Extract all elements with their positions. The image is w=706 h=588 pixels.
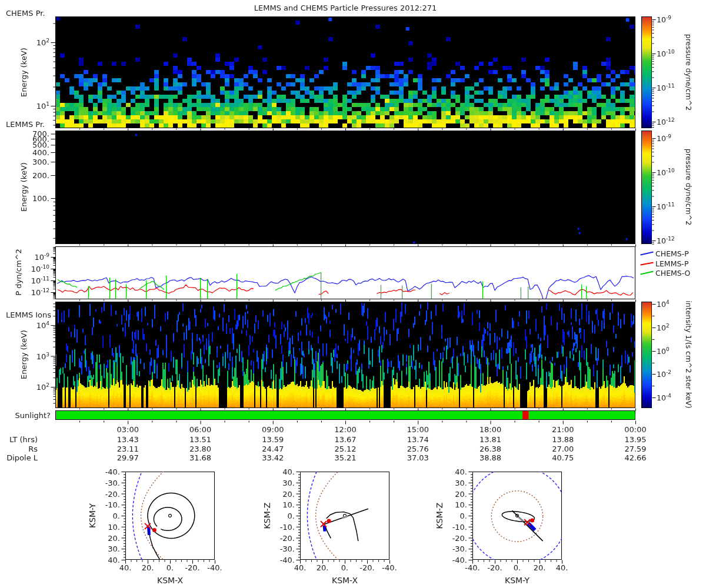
y-tick-label: 10-11 — [0, 276, 49, 285]
orbit-tick-label: 0. — [514, 563, 521, 572]
figure: LEMMS and CHEMS Particle Pressures 2012:… — [0, 0, 706, 588]
time-tick-label: 03:00 — [117, 425, 139, 434]
orbit-tick-label: 10. — [432, 500, 467, 509]
aux-value: 13.88 — [552, 435, 574, 444]
orbit-tick-label: 40. — [119, 563, 132, 572]
time-tick-label: 21:00 — [552, 425, 574, 434]
aux-value: 13.74 — [407, 435, 429, 444]
panel2-ylabel: Energy (keV) — [19, 162, 28, 212]
time-tick-label: 06:00 — [189, 425, 211, 434]
aux-value: 40.75 — [552, 453, 574, 462]
orbit-tick-label: 40. — [556, 563, 568, 572]
orbit-tick-label: 40. — [259, 467, 295, 476]
sunlight-label: Sunlight? — [0, 411, 51, 420]
colorbar-tick-label: 10-2 — [657, 369, 671, 379]
orbit-tick-label: -10. — [259, 522, 295, 531]
orbit-tick-label: 40. — [85, 556, 120, 564]
aux-value: 38.88 — [479, 453, 501, 462]
orbit-tick-label: 0. — [85, 512, 120, 520]
colorbar4-unit-label: intensity 1/(s cm^2 ster keV) — [684, 300, 693, 408]
orbit-tick-label: -30. — [259, 544, 295, 553]
orbit-tick-label: 0. — [432, 512, 467, 520]
orbit-tick-label: -40. — [85, 467, 120, 476]
aux-value: 13.95 — [624, 435, 646, 444]
figure-title: LEMMS and CHEMS Particle Pressures 2012:… — [254, 4, 437, 12]
orbit-tick-label: 0. — [166, 563, 174, 572]
orbit-tick-label: -40. — [259, 556, 295, 564]
colorbar-tick-label: 10-9 — [657, 15, 671, 24]
orbit-tick-label: -30. — [85, 478, 120, 487]
row-label-rs: Rs — [0, 445, 38, 453]
colorbar-tick-label: 10-10 — [657, 168, 675, 177]
aux-value: 23.11 — [117, 445, 139, 453]
panel-chems-label: CHEMS Pr. — [6, 9, 45, 18]
orbit-tick-label: 10. — [85, 522, 120, 531]
colorbar-tick-label: 10-10 — [657, 49, 675, 58]
orbit-tick-label: 20. — [259, 489, 295, 498]
orbit-tick-label: -30. — [432, 544, 467, 553]
orbit-tick-label: -40. — [432, 556, 467, 564]
time-tick-label: 15:00 — [407, 425, 429, 434]
aux-value: 25.76 — [407, 445, 429, 453]
aux-value: 29.97 — [117, 453, 139, 462]
colorbar-tick-label: 10-11 — [657, 202, 675, 211]
legend-chems-p-label: CHEMS-P — [655, 249, 689, 258]
y-tick-label: 102 — [0, 38, 49, 47]
orbit-tick-label: 0. — [341, 563, 348, 572]
aux-value: 27.00 — [552, 445, 574, 453]
orbit-tick-label: 30. — [259, 478, 295, 487]
colorbar-tick-label: 10-4 — [657, 393, 671, 402]
y-tick-label: 101 — [0, 101, 49, 111]
colorbar-tick-label: 104 — [657, 299, 670, 309]
aux-value: 23.80 — [189, 445, 211, 453]
colorbar-tick-label: 102 — [657, 323, 670, 332]
orbit-tick-label: 40. — [294, 563, 307, 572]
aux-value: 13.43 — [117, 435, 139, 444]
aux-value: 26.38 — [479, 445, 501, 453]
orbit2-xlabel: KSM-X — [332, 576, 358, 585]
orbit-tick-label: -20. — [487, 563, 502, 572]
aux-value: 42.66 — [624, 453, 646, 462]
y-tick-label: 400. — [0, 148, 49, 156]
orbit-tick-label: 0. — [259, 512, 295, 520]
panel1-ylabel: Energy (keV) — [19, 48, 28, 97]
legend-lemms-p-label: LEMMS-P — [655, 259, 688, 268]
orbit-tick-label: -20. — [259, 533, 295, 542]
y-tick-label: 10-12 — [0, 288, 49, 297]
orbit-tick-label: -40. — [465, 563, 479, 572]
aux-value: 13.81 — [479, 435, 501, 444]
aux-value: 27.59 — [624, 445, 646, 453]
orbit1-xlabel: KSM-X — [157, 576, 183, 585]
orbit-tick-label: 30. — [432, 478, 467, 487]
colorbar-tick-label: 100 — [657, 346, 670, 356]
orbit-tick-label: 20. — [142, 563, 154, 572]
orbit-tick-label: -40. — [207, 563, 222, 572]
orbit-tick-label: 40. — [432, 467, 467, 476]
row-label-dipole: Dipole L — [0, 453, 38, 462]
aux-value: 13.67 — [334, 435, 356, 444]
panel-lemms-label: LEMMS Pr. — [6, 120, 45, 129]
orbit-tick-label: -10. — [432, 522, 467, 531]
orbit-tick-label: 10. — [259, 500, 295, 509]
aux-value: 33.42 — [262, 453, 284, 462]
colorbar-tick-label: 10-12 — [657, 117, 675, 126]
aux-value: 31.68 — [189, 453, 211, 462]
orbit-tick-label: 30. — [85, 544, 120, 553]
time-tick-label: 00:00 — [624, 425, 646, 434]
orbit-tick-label: -20. — [432, 533, 467, 542]
y-tick-label: 200. — [0, 171, 49, 179]
orbit-tick-label: -40. — [382, 563, 397, 572]
aux-value: 24.47 — [262, 445, 284, 453]
aux-value: 13.59 — [262, 435, 284, 444]
legend-chems-o-label: CHEMS-O — [655, 269, 690, 278]
aux-value: 35.21 — [334, 453, 356, 462]
y-tick-label: 103 — [0, 351, 49, 360]
orbit-tick-label: 20. — [85, 533, 120, 542]
orbit-tick-label: -20. — [359, 563, 374, 572]
time-tick-label: 12:00 — [334, 425, 356, 434]
orbit-tick-label: 20. — [534, 563, 546, 572]
colorbar2-unit-label: pressure dyne/cm^2 — [684, 149, 693, 226]
orbit-tick-label: -20. — [85, 489, 120, 498]
time-tick-label: 18:00 — [479, 425, 501, 434]
orbit-tick-label: 20. — [432, 489, 467, 498]
